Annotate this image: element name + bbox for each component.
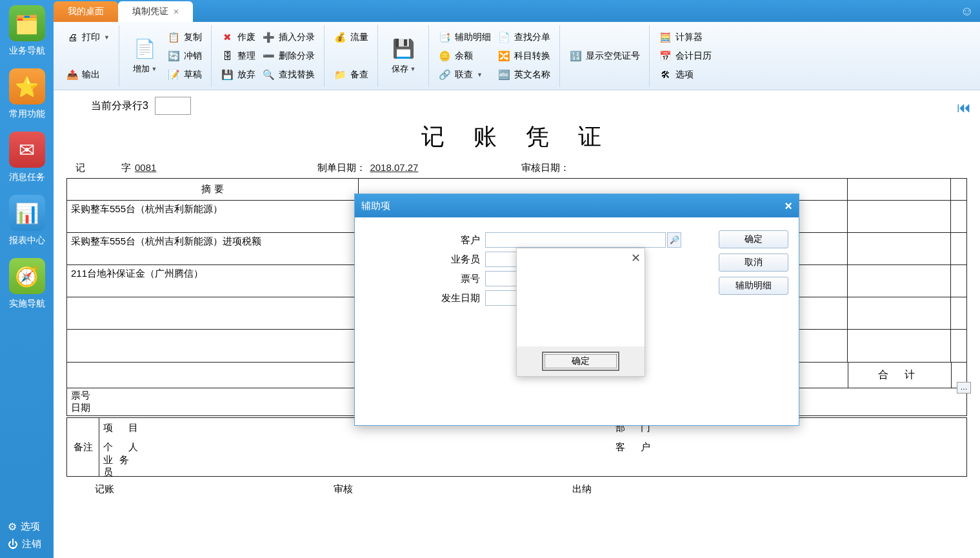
voucher-number[interactable]: 0081 [135, 162, 156, 173]
dialog-title-text: 辅助项 [361, 200, 390, 212]
salesperson-label: 业务员 [365, 254, 485, 266]
sidebar-logout-label: 注销 [22, 538, 41, 550]
summary-cell[interactable]: 211台地补保证金（广州腾信） [67, 265, 359, 297]
dialog-close-icon[interactable]: × [785, 199, 792, 214]
remark-customer: 客 户 [615, 441, 667, 453]
find-replace-button[interactable]: 🔍查找替换 [259, 66, 319, 83]
cal-label: 会计日历 [675, 50, 712, 62]
void-button[interactable]: ✖作废 [218, 29, 259, 46]
sidebar-options[interactable]: ⚙ 选项 [6, 518, 51, 535]
tab-voucher-label: 填制凭证 [132, 6, 168, 17]
hedge-icon: 🔄 [168, 50, 180, 62]
summary-cell[interactable] [67, 330, 359, 362]
customer-label: 客户 [365, 234, 485, 246]
void-icon: ✖ [222, 32, 234, 43]
options-button[interactable]: 🛠选项 [656, 66, 715, 83]
sidebar-item-reports[interactable]: 📊 报表中心 [5, 195, 50, 246]
hedge-button[interactable]: 🔄冲销 [165, 48, 206, 65]
abandon-icon: 💾 [222, 69, 234, 81]
calculator-button[interactable]: 🧮计算器 [656, 29, 715, 46]
summary-cell[interactable]: 采购整车555台（杭州吉利新能源）进项税额 [67, 233, 359, 264]
find-single-button[interactable]: 📄查找分单 [495, 29, 554, 46]
dialog-titlebar[interactable]: 辅助项 × [355, 194, 799, 217]
dialog-ok-button[interactable]: 确定 [719, 230, 788, 248]
linked-label: 联查 [455, 69, 473, 81]
switch-icon: 🔀 [499, 50, 510, 62]
tab-bar: 我的桌面 填制凭证 × ☺ [54, 0, 980, 22]
sidebar-label: 消息任务 [9, 172, 45, 183]
flow-icon: 💰 [335, 32, 346, 43]
sidebar-label: 常用功能 [9, 108, 45, 120]
summary-cell[interactable]: 采购整车555台（杭州吉利新能源） [67, 201, 359, 232]
printer-icon: 🖨 [66, 32, 78, 43]
col-end [951, 179, 966, 200]
smiley-icon[interactable]: ☺ [961, 4, 974, 19]
gear-icon: ⚙ [8, 521, 17, 533]
print-label: 打印 [82, 32, 100, 43]
print-button[interactable]: 🖨 打印 ▼ [63, 29, 114, 46]
tidy-button[interactable]: 🗄整理 [218, 48, 259, 65]
lookup-icon[interactable]: 🔎 [667, 232, 681, 248]
popup-ok-button[interactable]: 确定 [542, 352, 619, 371]
balance-button[interactable]: 🪙余额 [435, 48, 495, 65]
balance-label: 余额 [455, 50, 473, 62]
customer-input[interactable] [485, 232, 666, 248]
sidebar-item-messages[interactable]: ✉ 消息任务 [5, 132, 50, 183]
export-icon: 📤 [66, 69, 78, 81]
export-button[interactable]: 📤 输出 [63, 66, 114, 83]
voucher-title: 记 账 凭 证 [63, 121, 971, 153]
sidebar-options-label: 选项 [21, 521, 40, 533]
copy-button[interactable]: 📋复制 [165, 29, 206, 46]
compass-icon: 🧭 [9, 258, 45, 294]
dialog-cancel-button[interactable]: 取消 [719, 254, 788, 272]
sidebar-item-common[interactable]: ⭐ 常用功能 [5, 68, 50, 120]
doc-search-icon: 📄 [499, 32, 510, 43]
en-icon: 🔤 [499, 69, 510, 81]
delete-icon: ➖ [263, 50, 275, 62]
add-button[interactable]: 📄 增加▼ [126, 27, 165, 85]
sidebar-item-impl[interactable]: 🧭 实施导航 [5, 258, 50, 310]
tab-voucher[interactable]: 填制凭证 × [118, 1, 193, 22]
export-label: 输出 [82, 69, 100, 81]
tab-close-icon[interactable]: × [174, 6, 179, 17]
calc-label: 计算器 [675, 32, 703, 43]
insert-label: 插入分录 [279, 32, 315, 43]
list-icon: 📑 [439, 32, 451, 43]
flow-button[interactable]: 💰流量 [331, 29, 372, 46]
nav-first-icon[interactable]: ⏮ [957, 99, 971, 116]
sidebar-logout[interactable]: ⏻ 注销 [6, 535, 51, 553]
ticket-label-d: 票号 [365, 273, 485, 285]
save-button[interactable]: 💾 保存▼ [385, 27, 423, 85]
more-button[interactable]: … [957, 382, 971, 394]
coin-icon: 🪙 [439, 50, 451, 62]
current-entry-input[interactable] [155, 97, 191, 115]
insert-entry-button[interactable]: ➕插入分录 [259, 29, 319, 46]
subject-switch-button[interactable]: 🔀科目转换 [495, 48, 554, 65]
recheck-button[interactable]: 📁备查 [331, 66, 372, 83]
aux-detail-button[interactable]: 📑辅助明细 [435, 29, 495, 46]
del-label: 删除分录 [279, 50, 315, 62]
summary-cell[interactable] [67, 297, 359, 329]
linked-button[interactable]: 🔗联查▼ [435, 66, 495, 83]
draft-button[interactable]: 📝草稿 [165, 66, 206, 83]
calendar-button[interactable]: 📅会计日历 [656, 48, 715, 65]
hedge-label: 冲销 [184, 50, 202, 62]
calculator-icon: 🧮 [660, 32, 672, 43]
dialog-aux-button[interactable]: 辅助明细 [719, 277, 788, 295]
switch-label: 科目转换 [514, 50, 550, 62]
occurdate-label: 发生日期 [365, 292, 485, 304]
sign-audit: 审核 [334, 483, 353, 495]
makedate-value[interactable]: 2018.07.27 [370, 162, 418, 173]
tab-desktop[interactable]: 我的桌面 [54, 1, 118, 22]
biznav-icon: 🗂️ [9, 5, 45, 41]
sidebar-item-biznav[interactable]: 🗂️ 业务导航 [5, 5, 50, 57]
copy-label: 复制 [184, 32, 202, 43]
abandon-button[interactable]: 💾放弃 [218, 66, 259, 83]
del-entry-button[interactable]: ➖删除分录 [259, 48, 319, 65]
folder-icon: 📁 [335, 69, 346, 81]
popup-close-icon[interactable]: ✕ [631, 251, 641, 265]
english-button[interactable]: 🔤英文名称 [495, 66, 554, 83]
ribbon-toolbar: 🖨 打印 ▼ 📤 输出 📄 增加▼ 📋复制 [54, 22, 980, 90]
mail-icon: ✉ [9, 132, 45, 168]
show-empty-button[interactable]: 🔢显示空凭证号 [566, 48, 644, 65]
